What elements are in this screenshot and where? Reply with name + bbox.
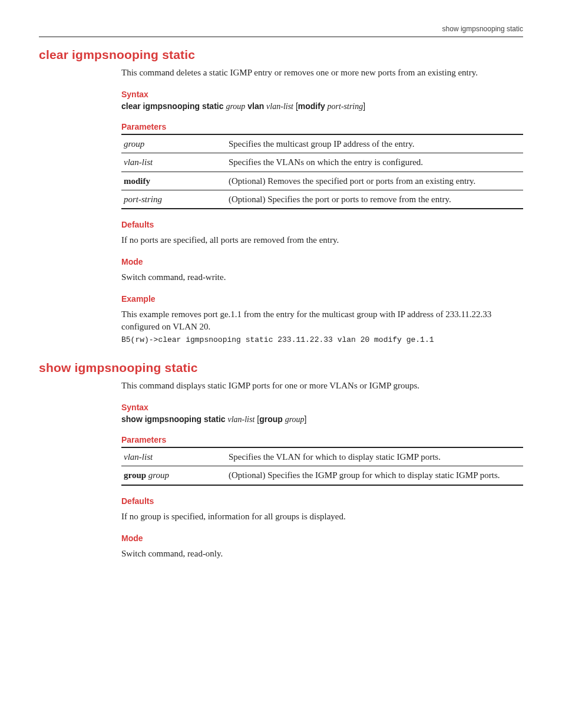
param-desc: (Optional) Specifies the port or ports t… [226, 190, 523, 209]
defaults-heading-1: Defaults [121, 220, 523, 229]
table-row: modify (Optional) Removes the specified … [121, 172, 523, 190]
syntax-line-2: show igmpsnooping static vlan-list [grou… [121, 414, 523, 424]
breadcrumb: show igmpsnooping static [442, 25, 523, 33]
table-row: vlan-list Specifies the VLANs on which t… [121, 153, 523, 172]
param-desc: (Optional) Specifies the IGMP group for … [226, 466, 523, 485]
defaults-text-1: If no ports are specified, all ports are… [121, 234, 523, 246]
param-desc: Specifies the VLAN for which to display … [226, 447, 523, 466]
parameters-table-2: vlan-list Specifies the VLAN for which t… [121, 447, 523, 486]
mode-heading-2: Mode [121, 533, 523, 543]
syntax-heading-2: Syntax [121, 403, 523, 412]
command-1-title: clear igmpsnooping static [39, 48, 523, 62]
param-desc: (Optional) Removes the specified port or… [226, 172, 523, 190]
param-name: vlan-list [121, 153, 226, 172]
parameters-table-1: group Specifies the multicast group IP a… [121, 134, 523, 209]
param-name: group group [121, 466, 226, 485]
syntax-heading-1: Syntax [121, 90, 523, 99]
parameters-heading-1: Parameters [121, 122, 523, 131]
param-desc: Specifies the multicast group IP address… [226, 134, 523, 153]
header-bar: show igmpsnooping static [39, 25, 523, 37]
command-2-intro: This command displays static IGMP ports … [121, 380, 523, 392]
param-name: modify [121, 172, 226, 190]
mode-text-2: Switch command, read-only. [121, 548, 523, 560]
table-row: port-string (Optional) Specifies the por… [121, 190, 523, 209]
example-heading-1: Example [121, 294, 523, 304]
mode-heading-1: Mode [121, 257, 523, 266]
param-name: vlan-list [121, 447, 226, 466]
command-1-intro: This command deletes a static IGMP entry… [121, 67, 523, 79]
defaults-heading-2: Defaults [121, 496, 523, 506]
example-text-1: This example removes port ge.1.1 from th… [121, 308, 523, 333]
table-row: group group (Optional) Specifies the IGM… [121, 466, 523, 485]
example-code-1: B5(rw)->clear igmpsnooping static 233.11… [121, 335, 523, 344]
command-2-title: show igmpsnooping static [39, 361, 523, 375]
mode-text-1: Switch command, read-write. [121, 271, 523, 284]
syntax-line-1: clear igmpsnooping static group vlan vla… [121, 101, 523, 111]
param-desc: Specifies the VLANs on which the entry i… [226, 153, 523, 172]
parameters-heading-2: Parameters [121, 435, 523, 444]
table-row: group Specifies the multicast group IP a… [121, 134, 523, 153]
table-row: vlan-list Specifies the VLAN for which t… [121, 447, 523, 466]
defaults-text-2: If no group is specified, information fo… [121, 510, 523, 523]
param-name: port-string [121, 190, 226, 209]
param-name: group [121, 134, 226, 153]
